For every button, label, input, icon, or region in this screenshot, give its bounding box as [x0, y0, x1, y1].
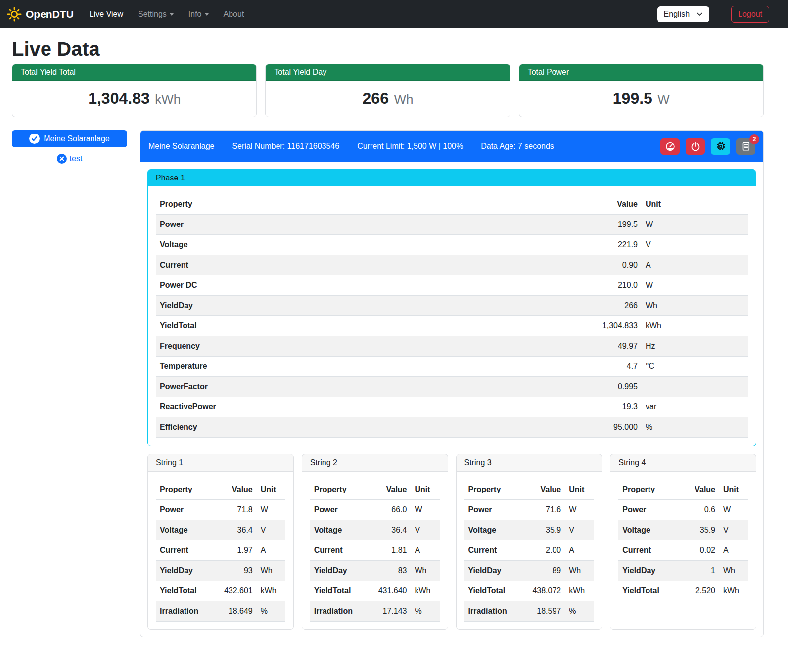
- table-row: Voltage221.9V: [156, 235, 748, 255]
- property-cell: Power: [618, 500, 667, 520]
- nav-item-info[interactable]: Info: [188, 10, 209, 19]
- card-total-yield-day: Total Yield Day 266 Wh: [265, 64, 510, 117]
- unit-cell: W: [411, 500, 440, 520]
- property-cell: YieldDay: [156, 561, 205, 581]
- sidebar-inverter-label: Meine Solaranlage: [44, 134, 109, 143]
- property-cell: YieldTotal: [310, 581, 359, 601]
- property-cell: YieldTotal: [156, 581, 205, 601]
- table-row: Power DC210.0W: [156, 275, 748, 296]
- nav-item-about[interactable]: About: [224, 10, 244, 19]
- nav-item-label: Live View: [90, 10, 123, 19]
- string-table: Property Value Unit Power71.6WVoltage35.…: [464, 480, 594, 622]
- col-property: Property: [156, 194, 572, 215]
- table-row: Power0.6W: [618, 500, 748, 520]
- table-row: Power71.6W: [464, 500, 594, 520]
- unit-cell: W: [642, 215, 748, 235]
- table-row: YieldTotal431.640kWh: [310, 581, 440, 601]
- property-cell: Power: [156, 500, 205, 520]
- value-cell: 438.072: [513, 581, 565, 601]
- nav-item-live-view[interactable]: Live View: [90, 10, 123, 19]
- unit-cell: W: [257, 500, 285, 520]
- unit-cell: W: [565, 500, 594, 520]
- string-table: Property Value Unit Power71.8WVoltage36.…: [156, 480, 285, 622]
- sidebar-inverter-button[interactable]: Meine Solaranlage: [12, 130, 127, 147]
- property-cell: YieldDay: [618, 561, 667, 581]
- col-unit: Unit: [257, 480, 285, 500]
- sidebar-item-label: test: [70, 154, 83, 163]
- unit-cell: Wh: [565, 561, 594, 581]
- value-cell: 199.5: [572, 215, 642, 235]
- nav-links: Live View Settings Info About: [90, 10, 645, 19]
- value-cell: 36.4: [205, 520, 257, 540]
- string-title: String 3: [457, 454, 602, 472]
- events-button[interactable]: 2: [736, 138, 755, 155]
- unit-cell: V: [642, 235, 748, 255]
- unit-cell: %: [411, 601, 440, 622]
- limit-settings-button[interactable]: [660, 138, 680, 155]
- unit-cell: kWh: [565, 581, 594, 601]
- sidebar-item-test[interactable]: test: [12, 154, 127, 164]
- table-row: Temperature4.7°C: [156, 357, 748, 377]
- table-row: PowerFactor0.995: [156, 377, 748, 397]
- table-row: Frequency49.97Hz: [156, 336, 748, 357]
- property-cell: Temperature: [156, 357, 572, 377]
- serial-number: Serial Number: 116171603546: [232, 142, 339, 151]
- property-cell: Current: [310, 540, 359, 561]
- unit-cell: kWh: [257, 581, 285, 601]
- value-cell: 71.6: [513, 500, 565, 520]
- card-title: Total Yield Day: [266, 64, 510, 81]
- table-row: YieldTotal2.520kWh: [618, 581, 748, 601]
- value-cell: 432.601: [205, 581, 257, 601]
- card-body: 199.5 W: [519, 81, 763, 117]
- value-cell: 1: [667, 561, 719, 581]
- value-cell: 36.4: [359, 520, 411, 540]
- brand-label: OpenDTU: [26, 8, 74, 20]
- value-cell: 221.9: [572, 235, 642, 255]
- property-cell: Power: [156, 215, 572, 235]
- property-cell: Irradiation: [156, 601, 205, 622]
- device-info-button[interactable]: [711, 138, 730, 155]
- table-header-row: Property Value Unit: [310, 480, 440, 500]
- journal-list-icon: [741, 141, 751, 151]
- unit-cell: W: [642, 275, 748, 296]
- table-row: YieldDay83Wh: [310, 561, 440, 581]
- string-card-2: String 2 Property Value Unit: [302, 454, 448, 630]
- table-row: Power66.0W: [310, 500, 440, 520]
- unit-cell: %: [565, 601, 594, 622]
- unit-cell: Wh: [642, 296, 748, 316]
- table-row: Current2.00A: [464, 540, 594, 561]
- table-row: Irradiation18.649%: [156, 601, 285, 622]
- string-title: String 4: [610, 454, 756, 472]
- card-total-yield-total: Total Yield Total 1,304.83 kWh: [12, 64, 257, 117]
- value-cell: 49.97: [572, 336, 642, 357]
- cpu-chip-icon: [716, 141, 726, 151]
- unit-cell: A: [411, 540, 440, 561]
- unit-cell: °C: [642, 357, 748, 377]
- logout-button[interactable]: Logout: [731, 6, 769, 23]
- property-cell: YieldDay: [310, 561, 359, 581]
- property-cell: YieldTotal: [618, 581, 667, 601]
- total-yield-day-unit: Wh: [394, 92, 413, 107]
- language-select[interactable]: English: [657, 6, 709, 22]
- value-cell: 89: [513, 561, 565, 581]
- unit-cell: Wh: [719, 561, 748, 581]
- nav-item-settings[interactable]: Settings: [138, 10, 174, 19]
- unit-cell: A: [642, 255, 748, 275]
- table-header-row: Property Value Unit: [156, 194, 748, 215]
- value-cell: 17.143: [359, 601, 411, 622]
- property-cell: Current: [156, 255, 572, 275]
- value-cell: 0.6: [667, 500, 719, 520]
- total-yield-total-value: 1,304.83: [88, 90, 150, 107]
- property-cell: Voltage: [156, 520, 205, 540]
- value-cell: 431.640: [359, 581, 411, 601]
- table-row: YieldDay93Wh: [156, 561, 285, 581]
- table-row: Efficiency95.000%: [156, 417, 748, 438]
- value-cell: 95.000: [572, 417, 642, 438]
- string-card-1: String 1 Property Value Unit: [147, 454, 294, 630]
- power-button[interactable]: [686, 138, 705, 155]
- property-cell: Power: [310, 500, 359, 520]
- string-title: String 2: [302, 454, 448, 472]
- value-cell: 93: [205, 561, 257, 581]
- value-cell: 83: [359, 561, 411, 581]
- navbar-brand[interactable]: OpenDTU: [7, 7, 74, 22]
